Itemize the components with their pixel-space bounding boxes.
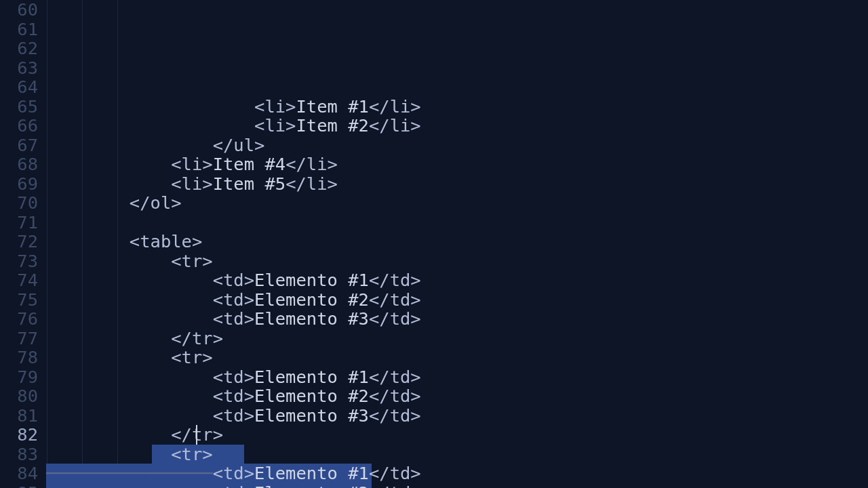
line-number: 85 xyxy=(0,483,38,489)
line-number: 78 xyxy=(0,348,38,367)
code-line[interactable]: <td>Elemento #3</td> xyxy=(46,309,868,329)
code-line[interactable]: <tr> xyxy=(46,348,868,367)
line-number: 76 xyxy=(0,309,38,329)
code-line[interactable]: <li>Item #5</li> xyxy=(46,174,868,194)
line-number: 74 xyxy=(0,270,38,290)
line-number: 75 xyxy=(0,290,38,310)
code-line[interactable]: <li>Item #2</li> xyxy=(46,116,868,136)
code-line[interactable]: <li>Item #1</li> xyxy=(46,97,868,117)
line-number: 83 xyxy=(0,445,38,464)
code-line[interactable]: <tr> xyxy=(46,445,868,464)
line-number: 72 xyxy=(0,232,38,251)
line-number: 62 xyxy=(0,39,38,58)
line-number: 68 xyxy=(0,155,38,174)
line-number: 61 xyxy=(0,20,38,39)
code-line[interactable]: ────────────────<td>Elemento #1</td> xyxy=(46,464,868,483)
code-line[interactable] xyxy=(46,213,868,232)
line-number: 80 xyxy=(0,386,38,406)
code-line[interactable]: <tr> xyxy=(46,251,868,271)
code-line[interactable]: </tr> xyxy=(46,425,868,445)
code-line[interactable]: </ul> xyxy=(46,136,868,155)
code-line[interactable]: <td>Elemento #1</td> xyxy=(46,270,868,290)
line-number: 84 xyxy=(0,464,38,483)
code-editor[interactable]: 6061626364656667686970717273747576777879… xyxy=(0,0,868,488)
line-number: 71 xyxy=(0,213,38,232)
line-number: 73 xyxy=(0,251,38,271)
line-number-gutter: 6061626364656667686970717273747576777879… xyxy=(0,0,46,488)
line-number: 77 xyxy=(0,329,38,348)
code-area[interactable]: <li>Item #1</li> <li>Item #2</li> </ul> … xyxy=(46,0,868,488)
line-number: 63 xyxy=(0,58,38,78)
code-line[interactable]: ────────────────<td>Elemento #2</td> xyxy=(46,483,868,489)
code-line[interactable]: </ol> xyxy=(46,193,868,213)
text-cursor xyxy=(196,425,197,445)
code-line[interactable]: <td>Elemento #3</td> xyxy=(46,406,868,426)
line-number: 70 xyxy=(0,193,38,213)
code-line[interactable]: <td>Elemento #2</td> xyxy=(46,386,868,406)
line-number: 82 xyxy=(0,425,38,445)
code-line[interactable]: <td>Elemento #1</td> xyxy=(46,367,868,387)
code-line[interactable]: <table> xyxy=(46,232,868,251)
line-number: 66 xyxy=(0,116,38,136)
line-number: 60 xyxy=(0,0,38,20)
line-number: 81 xyxy=(0,406,38,426)
line-number: 67 xyxy=(0,136,38,155)
code-line[interactable]: </tr> xyxy=(46,329,868,348)
line-number: 65 xyxy=(0,97,38,117)
code-line[interactable]: <li>Item #4</li> xyxy=(46,155,868,174)
line-number: 79 xyxy=(0,367,38,387)
line-number: 64 xyxy=(0,77,38,97)
code-line[interactable]: <td>Elemento #2</td> xyxy=(46,290,868,310)
line-number: 69 xyxy=(0,174,38,194)
